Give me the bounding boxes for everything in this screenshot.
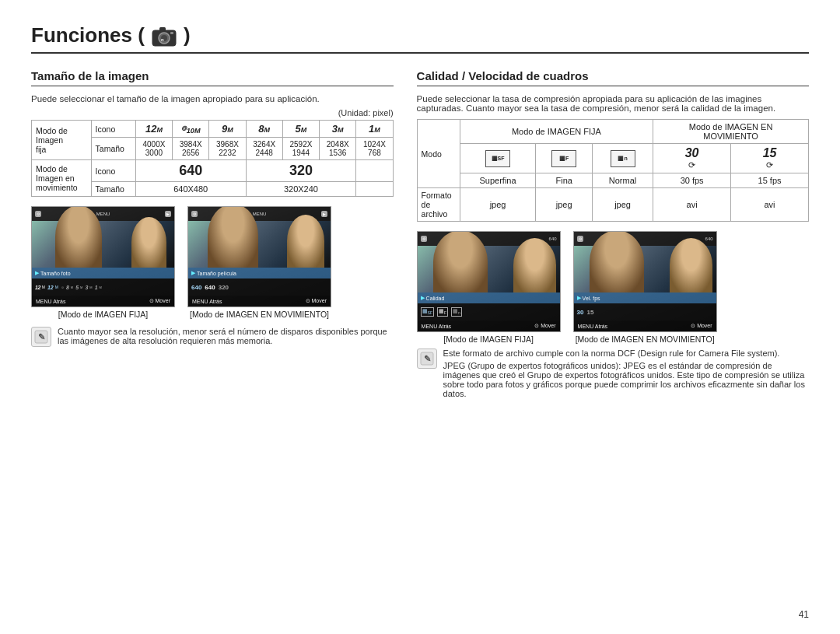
formato-avi-2: avi [731,188,809,222]
icon-8m: 8M [246,121,282,138]
screenshot-calidad-mov: ⚙ 640 ▶ Vel. fps 30 15 [573,231,717,344]
icon-10m: ⌾10M [173,121,209,138]
screenshot-imagen-mov: ⚙ MENU ▶ ▶ Tamaño película 640 640 [187,206,331,319]
note-icon-right: ✎ [417,349,437,369]
left-note: ✎ Cuanto mayor sea la resolución, menor … [31,327,394,347]
submenu-15fps: 15 fps [731,173,809,188]
size-2048: 2048X1536 [320,138,356,160]
formato-jpeg-1: jpeg [460,188,536,222]
imagen-mov-col-header: Modo de IMAGEN ENMOVIMIENTO [653,120,809,144]
left-intro: Puede seleccionar el tamaño de la imagen… [31,94,394,103]
left-screenshots-row: ⚙ MENU ▶ ▶ Tamaño foto 12M [31,206,394,319]
right-intro: Puede seleccionar la tasa de compresión … [417,94,809,113]
icon-3m: 3M [320,121,356,138]
icon-5m: 5M [282,121,319,138]
svg-rect-3 [159,27,166,31]
svg-rect-4 [170,32,173,34]
icon-320: 320 [246,160,356,182]
left-section-title: Tamaño de la imagen [31,69,394,86]
submenu-30fps: 30 fps [653,173,731,188]
icon-12m: 12M [135,121,172,138]
tamano-label: Tamaño [91,138,135,160]
modo-fija-label: Modo deImagenfija [32,121,92,160]
formato-jpeg-2: jpeg [536,188,592,222]
size-1024: 1024X768 [356,138,393,160]
label-calidad-mov: [Modo de IMAGEN EN MOVIMIENTO] [573,335,717,344]
formato-avi-1: avi [653,188,731,222]
formato-jpeg-3: jpeg [592,188,653,222]
screenshot-calidad-fija: ⚙ 640 ▶ Calidad ▦SF ▦F [417,231,561,344]
size-3264: 3264X2448 [246,138,282,160]
modo-col-label: Modo [417,120,460,188]
mov-tamano-label: Tamaño [91,182,135,197]
icono-sf: ▦SF [460,144,536,173]
label-calidad-fija: [Modo de IMAGEN FIJA] [417,335,561,344]
right-screenshots-row: ⚙ 640 ▶ Calidad ▦SF ▦F [417,231,809,344]
svg-text:n: n [161,37,164,42]
icono-label: Icono [91,121,135,138]
icono-f: ▦F [536,144,592,173]
page-number: 41 [799,609,809,620]
size-2592: 2592X1944 [282,138,319,160]
size-640x480: 640X480 [135,182,246,197]
icon-640: 640 [135,160,246,182]
note-icon-left: ✎ [31,327,51,347]
icono-15fps: 15 ⟳ [731,144,809,173]
submenu-normal: Normal [592,173,653,188]
size-320x240: 320X240 [246,182,356,197]
page-title: Funciones ( n ) [31,23,809,54]
label-imagen-fija: [Modo de IMAGEN FIJA] [31,310,175,319]
camera-icon: n [151,25,177,47]
size-4000: 4000X3000 [135,138,172,160]
icono-n: ▦n [592,144,653,173]
svg-text:✎: ✎ [38,332,45,342]
submenu-fina: Fina [536,173,592,188]
submenu-superfina: Superfina [460,173,536,188]
icon-1m: 1M [356,121,393,138]
unit-text: (Unidad: pixel) [31,108,394,117]
right-section: Calidad / Velocidad de cuadros Puede sel… [417,69,809,398]
right-note: ✎ Este formato de archivo cumple con la … [417,349,809,398]
screenshot-imagen-fija: ⚙ MENU ▶ ▶ Tamaño foto 12M [31,206,175,319]
imagen-fija-col-header: Modo de IMAGEN FIJA [460,120,653,144]
modo-mov-label: Modo deImagen enmovimiento [32,160,92,197]
icono-30fps: 30 ⟳ [653,144,731,173]
size-3984: 3984X2656 [173,138,209,160]
formato-label: Formato dearchivo [417,188,460,222]
right-note-text-1: Este formato de archivo cumple con la no… [443,349,809,358]
mov-icono-label: Icono [91,160,135,182]
size-3968: 3968X2232 [209,138,246,160]
right-note-text-2: JPEG (Grupo de expertos fotográficos uni… [443,361,809,398]
left-section: Tamaño de la imagen Puede seleccionar el… [31,69,394,398]
left-note-text: Cuanto mayor sea la resolución, menor se… [58,327,394,345]
label-imagen-mov: [Modo de IMAGEN EN MOVIMIENTO] [187,310,331,319]
right-section-title: Calidad / Velocidad de cuadros [417,69,809,86]
image-size-table: Modo deImagenfija Icono 12M ⌾10M 9M 8M 5… [31,120,394,197]
icon-9m: 9M [209,121,246,138]
svg-text:✎: ✎ [424,354,431,363]
calidad-table: Modo Modo de IMAGEN FIJA Modo de IMAGEN … [417,119,809,222]
